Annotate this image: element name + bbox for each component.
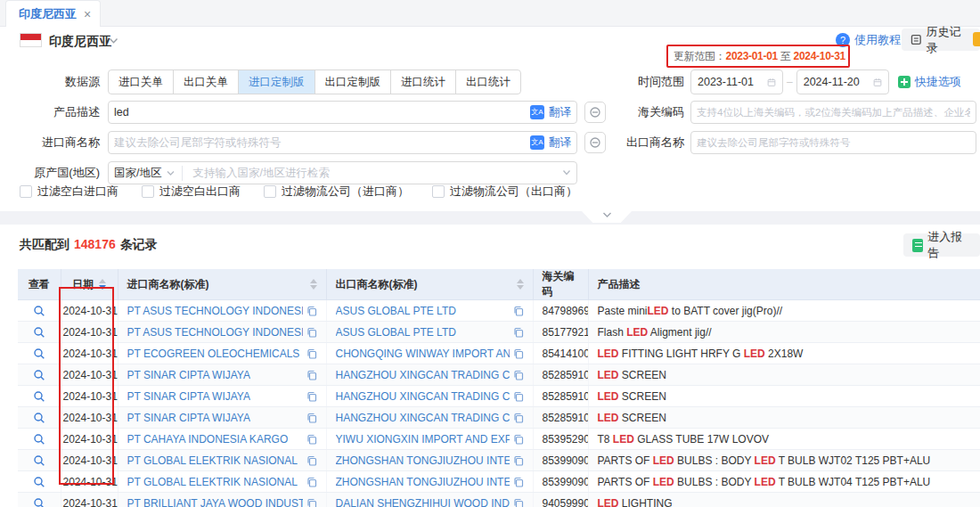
checkbox[interactable]: [142, 185, 154, 198]
copy-icon[interactable]: [306, 348, 317, 359]
history-button[interactable]: 历史记录: [902, 29, 980, 51]
origin-type-select[interactable]: 国家/地区: [114, 166, 183, 181]
copy-icon[interactable]: [513, 391, 524, 402]
exporter-link[interactable]: ZHONGSHAN TONGJIUZHOU INTERNA...: [336, 454, 510, 467]
copy-icon[interactable]: [513, 370, 524, 380]
view-record-button[interactable]: [18, 450, 61, 471]
country-chevron-down-icon[interactable]: [109, 37, 118, 45]
copy-icon[interactable]: [306, 455, 317, 466]
importer-input[interactable]: [114, 136, 526, 149]
exact-match-toggle[interactable]: [584, 132, 606, 153]
view-record-button[interactable]: [18, 386, 61, 407]
col-exporter[interactable]: 出口商名称(标准): [326, 269, 533, 300]
copy-icon[interactable]: [306, 434, 317, 445]
copy-icon[interactable]: [306, 413, 317, 423]
exporter-link[interactable]: HANGZHOU XINGCAN TRADING CO LTD: [336, 369, 510, 381]
copy-icon[interactable]: [306, 327, 317, 338]
exporter-link[interactable]: YIWU XIONGXIN IMPORT AND EXPORT...: [336, 433, 510, 446]
checkbox[interactable]: [20, 185, 32, 198]
tab-import-declarations[interactable]: 进口关单: [109, 70, 174, 94]
view-magnifier-icon[interactable]: [33, 433, 45, 446]
copy-icon[interactable]: [513, 477, 524, 487]
checkbox[interactable]: [264, 185, 276, 198]
exporter-link[interactable]: HANGZHOU XINGCAN TRADING CO LTD: [336, 390, 510, 403]
view-magnifier-icon[interactable]: [33, 454, 45, 467]
view-record-button[interactable]: [18, 493, 61, 507]
tab-close-icon[interactable]: ×: [84, 7, 91, 21]
exporter-link[interactable]: CHONGQING WINWAY IMPORT AND E...: [336, 348, 510, 360]
importer-link[interactable]: PT ASUS TECHNOLOGY INDONESIA BA...: [127, 326, 303, 339]
col-importer[interactable]: 进口商名称(标准): [118, 269, 326, 300]
importer-link[interactable]: PT ECOGREEN OLEOCHEMICALS: [127, 348, 300, 360]
exporter-link[interactable]: ZHONGSHAN TONGJIUZHOU INTERNA...: [336, 476, 510, 488]
copy-icon[interactable]: [513, 348, 524, 359]
filter-blank-importer[interactable]: 过滤空白进口商: [20, 184, 118, 200]
sort-icon[interactable]: [310, 279, 317, 290]
view-magnifier-icon[interactable]: [33, 476, 45, 488]
view-magnifier-icon[interactable]: [33, 497, 45, 507]
translate-button[interactable]: 翻译: [549, 105, 571, 120]
tab-import-custom[interactable]: 进口定制版: [239, 70, 315, 94]
view-magnifier-icon[interactable]: [33, 369, 45, 381]
view-record-button[interactable]: [18, 429, 61, 450]
vip-icon[interactable]: [973, 32, 980, 46]
exporter-link[interactable]: DALIAN SHENGZHIHUI WOOD INDUST...: [336, 497, 510, 507]
copy-icon[interactable]: [513, 455, 524, 466]
view-magnifier-icon[interactable]: [33, 348, 45, 360]
copy-icon[interactable]: [513, 327, 524, 338]
view-record-button[interactable]: [18, 364, 61, 386]
view-record-button[interactable]: [18, 471, 61, 493]
importer-link[interactable]: PT BRILLIANT JAYA WOOD INDUSTRY: [127, 497, 303, 507]
copy-icon[interactable]: [306, 391, 317, 402]
importer-link[interactable]: PT SINAR CIPTA WIJAYA: [127, 390, 250, 403]
end-date-input[interactable]: [804, 76, 870, 88]
view-record-button[interactable]: [18, 343, 61, 364]
view-magnifier-icon[interactable]: [33, 326, 45, 339]
exporter-input[interactable]: [697, 137, 970, 148]
filter-logistics-importer[interactable]: 过滤物流公司（进口商）: [264, 184, 409, 200]
start-date-input[interactable]: [698, 76, 764, 88]
copy-icon[interactable]: [513, 413, 524, 423]
importer-link[interactable]: PT GLOBAL ELEKTRIK NASIONAL: [127, 454, 298, 467]
filter-logistics-exporter[interactable]: 过滤物流公司（出口商）: [432, 184, 577, 200]
importer-link[interactable]: PT SINAR CIPTA WIJAYA: [127, 369, 250, 381]
tab-import-statistics[interactable]: 进口统计: [391, 70, 456, 94]
chevron-down-icon[interactable]: [562, 169, 571, 176]
translate-button[interactable]: 翻译: [549, 135, 571, 151]
hs-code-input[interactable]: [697, 107, 970, 118]
product-desc-input[interactable]: [114, 106, 526, 119]
exporter-link[interactable]: HANGZHOU XINGCAN TRADING CO LTD: [336, 412, 510, 424]
exact-match-toggle[interactable]: [584, 102, 606, 123]
exporter-link[interactable]: ASUS GLOBAL PTE LTD: [336, 326, 456, 339]
tab-export-statistics[interactable]: 出口统计: [456, 70, 520, 94]
view-record-button[interactable]: [18, 300, 61, 322]
end-date-field[interactable]: [796, 70, 889, 94]
exporter-link[interactable]: ASUS GLOBAL PTE LTD: [336, 305, 456, 317]
tab-export-declarations[interactable]: 出口关单: [174, 70, 239, 94]
copy-icon[interactable]: [513, 434, 524, 445]
view-magnifier-icon[interactable]: [33, 412, 45, 424]
copy-icon[interactable]: [306, 498, 317, 507]
col-date[interactable]: 日期: [61, 269, 118, 300]
importer-link[interactable]: PT ASUS TECHNOLOGY INDONESIA BA...: [127, 305, 303, 317]
origin-search-input[interactable]: [192, 167, 558, 179]
copy-icon[interactable]: [306, 370, 317, 380]
importer-link[interactable]: PT CAHAYA INDONESIA KARGO: [127, 433, 289, 446]
copy-icon[interactable]: [306, 306, 317, 316]
tab-indonesia[interactable]: 印度尼西亚 ×: [5, 0, 101, 27]
view-magnifier-icon[interactable]: [33, 390, 45, 403]
copy-icon[interactable]: [513, 306, 524, 316]
copy-icon[interactable]: [306, 477, 317, 487]
view-record-button[interactable]: [18, 407, 61, 429]
tab-export-custom[interactable]: 出口定制版: [315, 70, 392, 94]
quick-options-link[interactable]: 快捷选项: [898, 74, 961, 90]
importer-link[interactable]: PT GLOBAL ELEKTRIK NASIONAL: [127, 476, 298, 488]
sort-icon[interactable]: [517, 279, 524, 290]
copy-icon[interactable]: [513, 498, 524, 507]
view-record-button[interactable]: [18, 322, 61, 343]
view-magnifier-icon[interactable]: [33, 305, 45, 317]
start-date-field[interactable]: [690, 70, 783, 94]
filter-blank-exporter[interactable]: 过滤空白出口商: [142, 184, 241, 200]
checkbox[interactable]: [432, 185, 445, 198]
enter-report-button[interactable]: 进入报告: [903, 233, 980, 257]
